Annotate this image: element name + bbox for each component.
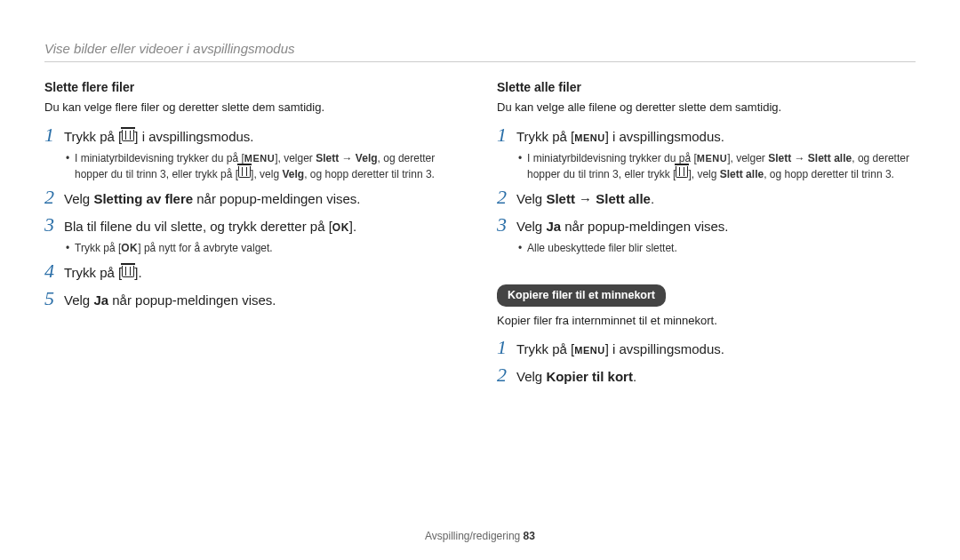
right-subhead: Slette alle filer (497, 78, 916, 97)
left-step-1: 1 Trykk på [] i avspillingsmodus. (44, 125, 463, 148)
step-number: 2 (497, 365, 516, 385)
right-step-2: 2 Velg Slett → Slett alle. (497, 188, 916, 210)
right-section2-head: Kopiere filer til et minnekort (497, 284, 666, 307)
step-number: 2 (44, 188, 64, 207)
right-sec2-step-2: 2 Velg Kopier til kort. (497, 365, 916, 388)
ok-icon: OK (332, 222, 349, 233)
menu-icon: MENU (697, 154, 727, 164)
left-step3-bullet: Trykk på [OK] på nytt for å avbryte valg… (66, 240, 463, 256)
left-subhead: Slette flere filer (44, 78, 463, 97)
right-intro: Du kan velge alle filene og deretter sle… (497, 99, 916, 116)
step-number: 1 (44, 125, 64, 145)
left-step-4: 4 Trykk på []. (44, 261, 463, 284)
right-step-1: 1 Trykk på [MENU] i avspillingsmodus. (497, 125, 916, 148)
step-number: 3 (497, 215, 516, 235)
left-intro: Du kan velge flere filer og deretter sle… (44, 99, 463, 116)
step-text: Velg Ja når popup-meldingen vises. (64, 291, 276, 311)
trash-icon (238, 166, 251, 178)
right-step1-bullet: I miniatyrbildevisning trykker du på [ME… (518, 150, 916, 182)
trash-icon (122, 266, 134, 277)
step-text: Trykk på []. (64, 263, 142, 284)
step-number: 3 (44, 215, 64, 235)
right-step3-bullet: Alle ubeskyttede filer blir slettet. (518, 240, 916, 256)
left-column: Slette flere filer Du kan velge flere fi… (44, 78, 463, 387)
ok-icon: OK (121, 243, 138, 253)
step-number: 1 (497, 125, 516, 145)
right-column: Slette alle filer Du kan velge alle file… (497, 78, 916, 387)
step-number: 4 (44, 261, 64, 281)
step-text: Velg Ja når popup-meldingen vises. (516, 217, 729, 237)
right-intro2: Kopier filer fra internminnet til et min… (497, 312, 916, 330)
step-number: 2 (497, 188, 516, 207)
left-step-3: 3 Bla til filene du vil slette, og trykk… (44, 215, 463, 237)
step-text: Trykk på [MENU] i avspillingsmodus. (516, 127, 724, 148)
step-text: Velg Sletting av flere når popup-melding… (64, 189, 361, 210)
trash-icon (676, 166, 688, 178)
step-text: Trykk på [] i avspillingsmodus. (64, 127, 254, 148)
page-footer: Avspilling/redigering 83 (0, 530, 960, 542)
left-step1-bullet: I miniatyrbildevisning trykker du på [ME… (66, 150, 463, 182)
content-columns: Slette flere filer Du kan velge flere fi… (0, 78, 960, 387)
right-sec2-step-1: 1 Trykk på [MENU] i avspillingsmodus. (497, 338, 916, 360)
step-text: Velg Kopier til kort. (516, 367, 636, 388)
menu-icon: MENU (244, 154, 275, 164)
right-step-3: 3 Velg Ja når popup-meldingen vises. (497, 215, 916, 237)
step-text: Trykk på [MENU] i avspillingsmodus. (516, 340, 724, 360)
menu-icon: MENU (574, 346, 604, 356)
step-text: Velg Slett → Slett alle. (516, 189, 654, 210)
step-text: Bla til filene du vil slette, og trykk d… (64, 217, 356, 237)
menu-icon: MENU (574, 133, 604, 143)
step-number: 1 (497, 338, 516, 357)
left-step-2: 2 Velg Sletting av flere når popup-meldi… (44, 188, 463, 210)
trash-icon (122, 130, 134, 141)
step-number: 5 (44, 289, 64, 308)
left-step-5: 5 Velg Ja når popup-meldingen vises. (44, 289, 463, 311)
page-title: Vise bilder eller videoer i avspillingsm… (44, 41, 916, 62)
